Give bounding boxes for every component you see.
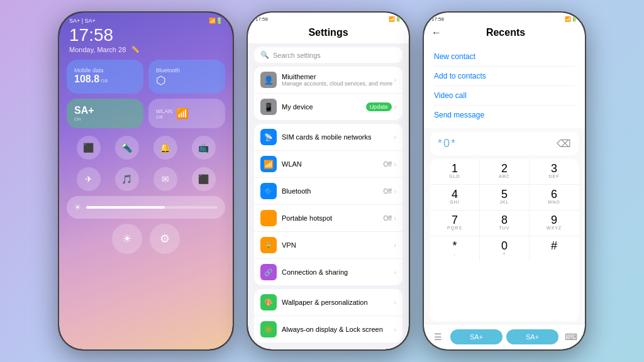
- chevron-icon: ›: [394, 104, 396, 111]
- sim1-call-button[interactable]: SA+: [450, 329, 502, 344]
- keypad-row-1: 1 GLD 2 ABC 3 DEF: [430, 159, 579, 185]
- btn-airplane[interactable]: ✈: [77, 167, 101, 191]
- menu-button[interactable]: ☰: [429, 328, 447, 346]
- dialer-number-display: *0*: [438, 137, 457, 150]
- keyboard-button[interactable]: ⌨: [562, 328, 580, 346]
- btn-settings[interactable]: ⚙: [150, 224, 180, 254]
- settings-list: 👤 Miuithemer Manage accounts, cloud serv…: [248, 67, 409, 349]
- wallpaper-icon: 🎨: [260, 294, 277, 310]
- device-icon: 📱: [260, 99, 277, 115]
- btn-flashlight[interactable]: 🔦: [115, 136, 139, 160]
- chevron-icon: ›: [394, 326, 396, 333]
- btn-screen-rotate[interactable]: ⬛: [77, 136, 101, 160]
- action-send-message[interactable]: Send message: [434, 106, 575, 124]
- phone-dialer: 17:58 📶🔋 ← Recents New contact Add to co…: [423, 11, 586, 351]
- bluetooth-icon: ⬡: [156, 74, 218, 87]
- key-5[interactable]: 5 JKL: [480, 185, 530, 210]
- dialer-time: 17:58: [431, 16, 444, 22]
- settings-section-network: 📡 SIM cards & mobile networks › 📶 WLAN: [254, 124, 402, 285]
- key-star[interactable]: * ,: [430, 236, 480, 261]
- wlan-icon: 📶: [176, 107, 189, 119]
- chevron-icon: ›: [394, 161, 396, 168]
- key-6[interactable]: 6 MNO: [530, 185, 579, 210]
- key-0[interactable]: 0 +: [480, 236, 530, 261]
- dialer-header: ← Recents: [424, 23, 585, 43]
- date-label: Monday, March 28: [69, 46, 126, 53]
- delete-button[interactable]: ⌫: [557, 138, 571, 150]
- key-7[interactable]: 7 PQRS: [430, 211, 480, 236]
- dialer-bottom-bar: ☰ SA+ SA+ ⌨: [424, 324, 585, 349]
- key-3[interactable]: 3 DEF: [530, 159, 579, 184]
- status-icons-1: 📶🔋: [209, 18, 223, 24]
- sim2-call-button[interactable]: SA+: [506, 329, 558, 344]
- status-bar-3: 17:58 📶🔋: [424, 13, 585, 23]
- key-1[interactable]: 1 GLD: [430, 159, 480, 184]
- btn-message[interactable]: ✉: [153, 167, 177, 191]
- action-add-to-contacts[interactable]: Add to contacts: [434, 67, 575, 86]
- search-icon: 🔍: [260, 51, 269, 59]
- dialer-display: *0* ⌫: [430, 132, 579, 155]
- hotspot-icon: 🔸: [260, 210, 277, 226]
- clock-time: 17:58: [59, 26, 233, 44]
- brightness-icon: ☀: [74, 203, 81, 212]
- settings-item-wallpaper[interactable]: 🎨 Wallpaper & personalization ›: [254, 289, 402, 316]
- tile-wlan[interactable]: WLAN Off 📶: [148, 99, 225, 128]
- wlan-icon: 📶: [260, 156, 277, 172]
- status-bar-1: SA+ | SA+ 📶🔋: [59, 13, 233, 26]
- key-8[interactable]: 8 TUV: [480, 211, 530, 236]
- settings-title: Settings: [255, 27, 401, 38]
- miuithemer-icon: 👤: [260, 72, 277, 88]
- search-container: 🔍 Search settings: [248, 43, 409, 67]
- btn-brightness-adjust[interactable]: ☀: [112, 224, 142, 254]
- btn-sound[interactable]: 🎵: [115, 167, 139, 191]
- back-button[interactable]: ←: [431, 27, 441, 38]
- key-2[interactable]: 2 ABC: [480, 159, 530, 184]
- chevron-icon: ›: [394, 269, 396, 276]
- update-badge: Update: [366, 102, 392, 111]
- carrier-label: SA+ | SA+: [69, 18, 96, 24]
- key-4[interactable]: 4 GHI: [430, 185, 480, 210]
- settings-item-hotspot[interactable]: 🔸 Portable hotspot Off ›: [254, 205, 402, 232]
- settings-item-miuithemer[interactable]: 👤 Miuithemer Manage accounts, cloud serv…: [254, 67, 402, 94]
- bottom-buttons: ☀ ⚙: [59, 221, 233, 254]
- action-video-call[interactable]: Video call: [434, 86, 575, 106]
- status-bar-2: 17:58 📶🔋: [248, 13, 409, 23]
- edit-icon[interactable]: ✏️: [131, 45, 140, 53]
- settings-status-icons: 📶🔋: [389, 16, 401, 22]
- settings-item-wlan[interactable]: 📶 WLAN Off ›: [254, 151, 402, 178]
- settings-item-vpn[interactable]: 🔒 VPN ›: [254, 232, 402, 259]
- search-input[interactable]: 🔍 Search settings: [254, 47, 402, 63]
- chevron-icon: ›: [394, 242, 396, 249]
- phone-settings: 17:58 📶🔋 Settings 🔍 Search settings 👤: [247, 11, 410, 351]
- bluetooth-icon: 🔷: [260, 183, 277, 199]
- tile-bluetooth[interactable]: Bluetooth ⬡: [148, 60, 225, 94]
- vpn-icon: 🔒: [260, 237, 277, 253]
- key-9[interactable]: 9 WXYZ: [530, 211, 579, 236]
- settings-item-always-on[interactable]: 🔆 Always-on display & Lock screen ›: [254, 316, 402, 343]
- keypad-row-2: 4 GHI 5 JKL 6 MNO: [430, 185, 579, 211]
- btn-notification[interactable]: 🔔: [153, 136, 177, 160]
- settings-header: Settings: [248, 23, 409, 43]
- btn-cast[interactable]: 📺: [192, 136, 216, 160]
- chevron-icon: ›: [394, 299, 396, 306]
- always-on-icon: 🔆: [260, 321, 277, 337]
- tile-sa-plus[interactable]: SA+ On: [67, 99, 143, 128]
- settings-time: 17:58: [255, 16, 268, 22]
- dialer-title: Recents: [447, 27, 577, 38]
- sharing-icon: 🔗: [260, 264, 277, 280]
- sim-icon: 📡: [260, 129, 277, 145]
- action-new-contact[interactable]: New contact: [434, 47, 575, 67]
- keypad-row-3: 7 PQRS 8 TUV 9 WXYZ: [430, 211, 579, 236]
- icon-row-1: ⬛ 🔦 🔔 📺: [59, 133, 233, 162]
- settings-item-sim[interactable]: 📡 SIM cards & mobile networks ›: [254, 124, 402, 151]
- settings-item-my-device[interactable]: 📱 My device Update ›: [254, 94, 402, 120]
- brightness-slider[interactable]: ☀: [67, 196, 225, 219]
- key-hash[interactable]: #: [530, 236, 579, 261]
- settings-item-bluetooth[interactable]: 🔷 Bluetooth Off ›: [254, 178, 402, 205]
- icon-row-2: ✈ 🎵 ✉ ⬛: [59, 165, 233, 194]
- keypad-row-4: * , 0 + #: [430, 236, 579, 261]
- dialer-keypad: 1 GLD 2 ABC 3 DEF 4 GHI: [430, 159, 579, 321]
- settings-item-connection-sharing[interactable]: 🔗 Connection & sharing ›: [254, 259, 402, 285]
- tile-mobile-data[interactable]: Mobile data 108.8 GB: [67, 60, 143, 94]
- btn-window[interactable]: ⬛: [192, 167, 216, 191]
